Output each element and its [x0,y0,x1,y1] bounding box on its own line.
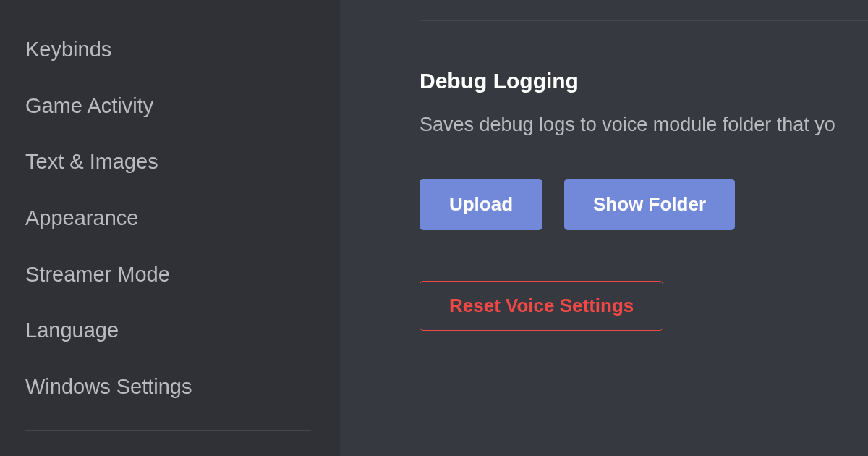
settings-content: Debug Logging Saves debug logs to voice … [340,0,868,456]
debug-button-row: Upload Show Folder [420,179,868,230]
content-divider [420,20,868,21]
sidebar-item-streamer-mode[interactable]: Streamer Mode [25,247,340,303]
sidebar-item-game-activity[interactable]: Game Activity [25,78,340,135]
sidebar-item-language[interactable]: Language [25,303,340,359]
upload-button[interactable]: Upload [420,179,542,230]
show-folder-button[interactable]: Show Folder [564,179,735,230]
debug-logging-title: Debug Logging [420,69,868,93]
debug-logging-description: Saves debug logs to voice module folder … [420,111,868,139]
sidebar-item-keybinds[interactable]: Keybinds [25,22,340,78]
settings-sidebar: Keybinds Game Activity Text & Images App… [0,0,340,456]
sidebar-divider [25,430,311,431]
sidebar-item-windows-settings[interactable]: Windows Settings [25,359,340,415]
reset-voice-settings-button[interactable]: Reset Voice Settings [420,281,663,331]
sidebar-item-appearance[interactable]: Appearance [25,190,340,247]
sidebar-item-text-images[interactable]: Text & Images [25,134,340,190]
